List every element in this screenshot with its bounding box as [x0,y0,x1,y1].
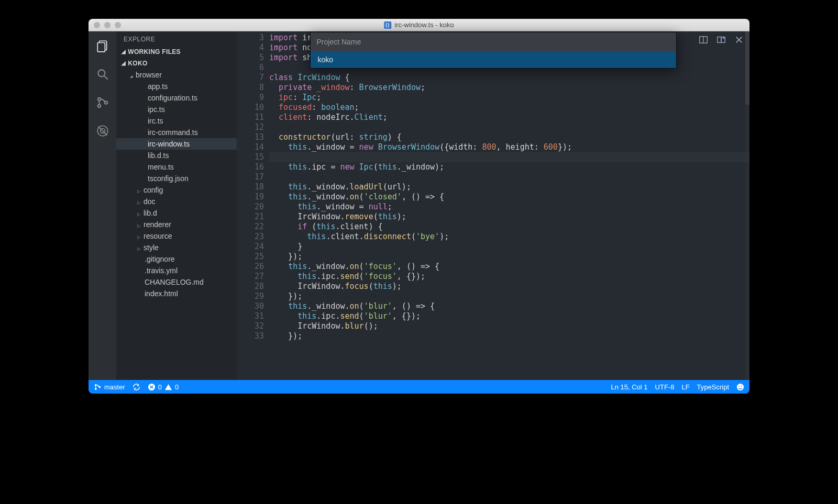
title-text: irc-window.ts - koko [394,21,454,29]
tree-file[interactable]: .gitignore [116,253,237,265]
tree-folder[interactable]: renderer [116,219,237,230]
tree-file[interactable]: .travis.yml [116,265,237,276]
status-bar: master 0 0 Ln 15, Col 1 UTF-8 LF TypeScr… [89,380,749,394]
error-count: 0 [158,383,162,391]
sync-item[interactable] [133,383,140,391]
svg-line-9 [98,126,107,135]
chevron-down-icon: ◢ [122,49,126,54]
minimize-traffic-light[interactable] [104,22,111,28]
tree-file[interactable]: tsconfig.json [116,173,237,184]
tree-folder[interactable]: resource [116,230,237,242]
search-activity[interactable] [95,67,110,82]
app-window: ⟨⟩ irc-window.ts - koko EXPLORE ◢ WORKIN… [89,19,749,394]
svg-point-24 [738,385,740,386]
tree-file[interactable]: irc.ts [116,115,237,127]
debug-activity[interactable] [95,124,110,138]
workbench: EXPLORE ◢ WORKING FILES ◢ KOKO browser a… [89,31,749,380]
editor-actions [698,35,744,45]
explorer-sidebar: EXPLORE ◢ WORKING FILES ◢ KOKO browser a… [116,31,237,380]
encoding[interactable]: UTF-8 [655,383,675,391]
svg-point-14 [723,37,725,39]
svg-rect-12 [718,37,721,43]
eol[interactable]: LF [681,383,689,391]
svg-point-23 [737,383,744,390]
tree-file[interactable]: app.ts [116,81,237,92]
project-label: KOKO [128,60,147,67]
sidebar-title: EXPLORE [116,31,237,46]
problems-item[interactable]: 0 0 [148,383,179,391]
svg-point-17 [95,384,97,386]
tree-file[interactable]: irc-command.ts [116,127,237,138]
close-traffic-light[interactable] [94,22,100,28]
branch-name: master [104,383,125,391]
code-content[interactable]: import irc = require('./irc');import nod… [269,31,749,380]
minimap-slider[interactable] [745,31,749,105]
tree-file[interactable]: lib.d.ts [116,150,237,161]
tree-folder[interactable]: lib.d [116,207,237,219]
tree-file[interactable]: CHANGELOG.md [116,276,237,288]
working-files-label: WORKING FILES [128,48,181,55]
file-tree: browser app.tsconfiguration.tsipc.tsirc.… [116,69,237,380]
tree-file[interactable]: menu.ts [116,161,237,173]
tree-folder-browser[interactable]: browser [116,69,237,81]
language-mode[interactable]: TypeScript [697,383,729,391]
tree-file[interactable]: irc-window.ts [116,138,237,150]
warning-count: 0 [175,383,179,391]
tree-folder[interactable]: config [116,184,237,196]
quick-input-field[interactable] [311,32,676,51]
svg-point-5 [97,105,100,107]
code-editor[interactable]: 3456789101112131415161718192021222324252… [237,31,749,380]
traffic-lights [89,22,121,28]
close-editor-icon[interactable] [734,35,744,45]
zoom-traffic-light[interactable] [115,22,121,28]
feedback-icon[interactable] [736,383,744,391]
tree-file[interactable]: configuration.ts [116,92,237,104]
svg-point-4 [97,98,100,100]
tree-folder[interactable]: doc [116,196,237,207]
titlebar: ⟨⟩ irc-window.ts - koko [89,19,749,31]
svg-point-2 [98,70,105,76]
titlebar-title: ⟨⟩ irc-window.ts - koko [384,21,454,29]
line-gutter: 3456789101112131415161718192021222324252… [237,31,269,380]
minimap[interactable] [745,31,749,380]
git-branch-item[interactable]: master [94,383,125,391]
explorer-activity[interactable] [95,39,110,53]
editor-group: koko 34567891011121314151617181920212223… [237,31,749,380]
tree-file[interactable]: ipc.ts [116,104,237,115]
cursor-position[interactable]: Ln 15, Col 1 [611,383,647,391]
split-editor-icon[interactable] [698,35,709,45]
quick-input-result[interactable]: koko [311,51,676,68]
activity-bar [89,31,116,380]
chevron-down-icon: ◢ [122,60,126,66]
svg-rect-1 [97,43,105,52]
tree-folder[interactable]: style [116,242,237,253]
vscode-icon: ⟨⟩ [384,21,391,29]
quick-input-widget: koko [310,32,677,69]
tree-file[interactable]: index.html [116,288,237,299]
svg-point-18 [95,388,97,390]
source-control-activity[interactable] [95,95,110,110]
project-header[interactable]: ◢ KOKO [116,58,237,69]
open-changes-icon[interactable] [716,35,726,45]
working-files-header[interactable]: ◢ WORKING FILES [116,46,237,58]
svg-point-25 [741,385,742,386]
svg-line-3 [104,76,108,80]
